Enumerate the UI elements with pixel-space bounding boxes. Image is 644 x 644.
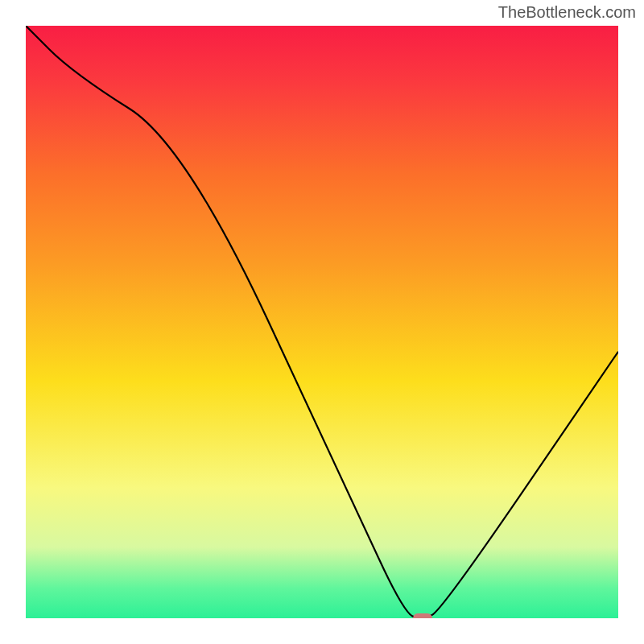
plot-area <box>26 26 618 618</box>
curve-path <box>26 26 618 617</box>
curve-svg <box>26 26 618 618</box>
marker-dot <box>413 613 432 618</box>
watermark-text: TheBottleneck.com <box>498 3 636 22</box>
